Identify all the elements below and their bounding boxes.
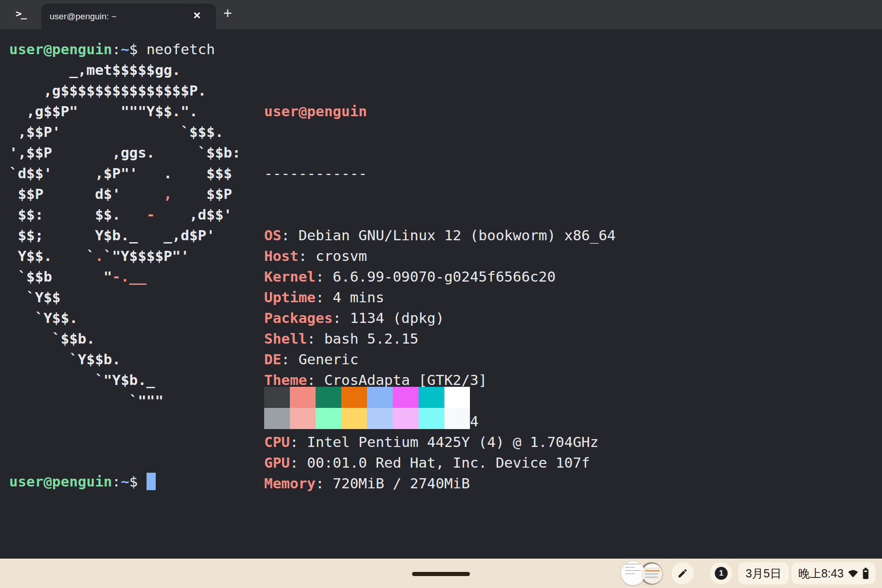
neofetch-underline: ------------ [264, 163, 616, 184]
neofetch-field: OS: Debian GNU/Linux 12 (bookworm) x86_6… [264, 225, 616, 246]
stylus-icon [677, 568, 688, 579]
palette-swatch [316, 387, 341, 408]
terminal-screen[interactable]: user@penguin:~$ neofetch _,met$$$$$gg. ,… [0, 29, 882, 559]
neofetch-field: Kernel: 6.6.99-09070-g0245f6566c20 [264, 266, 616, 287]
battery-icon [863, 568, 869, 579]
palette-swatch [290, 387, 316, 408]
tab-title: user@penguin: ~ [50, 11, 117, 22]
palette-swatch [444, 387, 470, 408]
wifi-icon [847, 568, 859, 579]
palette-swatch [418, 408, 444, 429]
date-button[interactable]: 3月5日 [738, 562, 789, 584]
palette-swatch [316, 408, 341, 429]
palette-swatch [393, 408, 418, 429]
neofetch-field: Shell: bash 5.2.15 [264, 328, 616, 349]
prompt-line-2: user@penguin:~$ [9, 471, 156, 492]
time-label: 晚上8:43 [798, 566, 844, 581]
neofetch-info: user@penguin ------------ OS: Debian GNU… [264, 60, 616, 535]
shelf-home-indicator[interactable] [412, 572, 470, 576]
notification-counter-button[interactable]: 1 [710, 562, 732, 584]
palette-swatch [367, 387, 393, 408]
terminal-app-icon: >_ [16, 8, 26, 19]
close-icon[interactable]: ✕ [193, 10, 201, 21]
tab-bar: >_ user@penguin: ~ ✕ + [0, 0, 882, 29]
neofetch-title: user@penguin [264, 101, 616, 122]
prompt-line-1: user@penguin:~$ neofetch [9, 39, 215, 60]
palette-swatch [341, 408, 367, 429]
screenshot-thumbnail-window [642, 564, 662, 584]
new-tab-button[interactable]: + [223, 5, 232, 22]
palette-swatch [393, 387, 418, 408]
neofetch-field: GPU: 00:01.0 Red Hat, Inc. Device 107f [264, 452, 616, 473]
shelf: 1 3月5日 晚上8:43 [0, 559, 882, 588]
neofetch-field: Packages: 1134 (dpkg) [264, 308, 616, 328]
neofetch-field: DE: Generic [264, 349, 616, 370]
terminal-cursor [147, 473, 156, 490]
palette-swatch [264, 387, 290, 408]
palette-swatch [341, 387, 367, 408]
palette-swatch [264, 408, 290, 429]
color-palette [264, 387, 470, 429]
tab-user-penguin[interactable]: user@penguin: ~ ✕ [41, 4, 216, 29]
stylus-tools-button[interactable] [672, 562, 694, 584]
holding-space-tray[interactable] [621, 561, 666, 585]
neofetch-field: Host: crosvm [264, 246, 616, 266]
palette-swatch [418, 387, 444, 408]
date-label: 3月5日 [746, 566, 781, 581]
palette-swatch [444, 408, 470, 429]
neofetch-field: CPU: Intel Pentium 4425Y (4) @ 1.704GHz [264, 432, 616, 452]
status-tray[interactable]: 晚上8:43 [792, 562, 876, 584]
debian-ascii-art: _,met$$$$$gg. ,g$$$$$$$$$$$$$$$P. ,g$$P"… [9, 60, 241, 411]
palette-swatch [367, 408, 393, 429]
palette-swatch [290, 408, 316, 429]
neofetch-field: Uptime: 4 mins [264, 287, 616, 308]
neofetch-fields: OS: Debian GNU/Linux 12 (bookworm) x86_6… [264, 225, 616, 494]
screenshot-thumbnail-document [621, 561, 645, 585]
neofetch-field: Memory: 720MiB / 2740MiB [264, 473, 616, 494]
notification-badge: 1 [715, 567, 728, 580]
